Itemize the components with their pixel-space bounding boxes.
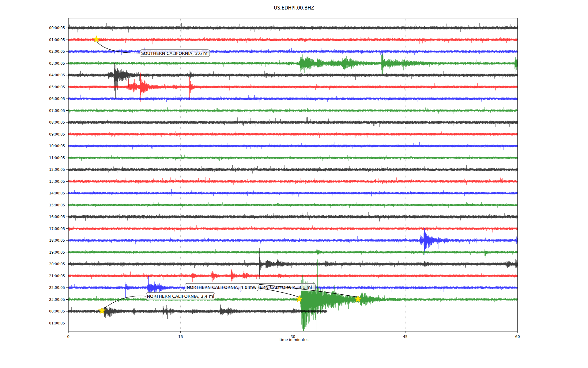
y-tick-label: 14:00:05 bbox=[49, 191, 65, 195]
y-tick-label: 16:00:05 bbox=[49, 215, 65, 219]
y-tick-label: 01:00:05 bbox=[49, 321, 65, 325]
y-tick-label: 06:00:05 bbox=[49, 97, 65, 101]
trace-row bbox=[68, 249, 518, 258]
trace-row bbox=[68, 177, 518, 186]
trace-row bbox=[68, 95, 518, 103]
trace-row bbox=[68, 165, 518, 174]
trace-row bbox=[68, 225, 518, 233]
trace-row bbox=[68, 72, 518, 102]
y-tick-label: 05:00:05 bbox=[49, 85, 65, 89]
event-annotation-label: NORTHERN CALIFORNIA, 3.4 ml bbox=[147, 294, 214, 299]
x-tick-label: 60 bbox=[515, 335, 520, 339]
y-tick-label: 01:00:05 bbox=[49, 38, 65, 42]
y-tick-label: 12:00:05 bbox=[49, 167, 65, 172]
trace-row bbox=[68, 269, 518, 282]
event-annotation-label: NORTHERN CALIFORNIA, 4.0 mw bbox=[187, 285, 257, 290]
seismogram-figure: US.EDHPI.00.BHZ 00:00:0501:00:0502:00:05… bbox=[0, 0, 588, 368]
y-tick-label: 08:00:05 bbox=[49, 120, 65, 125]
y-tick-label: 03:00:05 bbox=[49, 61, 65, 66]
y-tick-label: 00:00:05 bbox=[49, 26, 65, 30]
y-tick-label: 22:00:05 bbox=[49, 286, 65, 290]
trace-row bbox=[68, 202, 518, 208]
trace-row bbox=[68, 189, 518, 197]
y-tick-label: 11:00:05 bbox=[49, 156, 65, 160]
event-annotation-label: SOUTHERN CALIFORNIA, 3.6 ml bbox=[141, 51, 209, 56]
y-tick-label: 09:00:05 bbox=[49, 132, 65, 136]
y-tick-label: 21:00:05 bbox=[49, 274, 65, 278]
trace-row bbox=[68, 228, 518, 255]
y-tick-label: 15:00:05 bbox=[49, 203, 65, 207]
helicorder-plot: 00:00:0501:00:0502:00:0503:00:0504:00:05… bbox=[0, 0, 588, 368]
y-tick-label: 10:00:05 bbox=[49, 144, 65, 148]
y-tick-label: 17:00:05 bbox=[49, 227, 65, 231]
y-tick-label: 13:00:05 bbox=[49, 179, 65, 184]
x-tick-label: 15 bbox=[178, 335, 183, 339]
y-tick-label: 20:00:05 bbox=[49, 262, 65, 266]
x-tick-label: 0 bbox=[67, 335, 70, 339]
event-star-icon bbox=[93, 36, 100, 42]
y-tick-label: 23:00:05 bbox=[49, 297, 65, 302]
y-tick-label: 18:00:05 bbox=[49, 238, 65, 243]
trace-row bbox=[68, 259, 518, 337]
y-tick-label: 19:00:05 bbox=[49, 250, 65, 255]
trace-row bbox=[68, 117, 518, 127]
annotation-arrow bbox=[104, 296, 146, 309]
trace-row bbox=[68, 131, 518, 138]
trace-row bbox=[68, 142, 518, 150]
x-tick-label: 45 bbox=[403, 335, 408, 339]
y-tick-label: 07:00:05 bbox=[49, 109, 65, 113]
trace-row bbox=[68, 305, 327, 319]
trace-row bbox=[68, 23, 518, 33]
y-tick-label: 04:00:05 bbox=[49, 73, 65, 77]
trace-row bbox=[68, 107, 518, 114]
y-tick-label: 02:00:05 bbox=[49, 49, 65, 54]
y-tick-label: 00:00:05 bbox=[49, 309, 65, 313]
trace-row bbox=[68, 51, 518, 76]
x-axis-title: time in minutes bbox=[280, 338, 308, 342]
